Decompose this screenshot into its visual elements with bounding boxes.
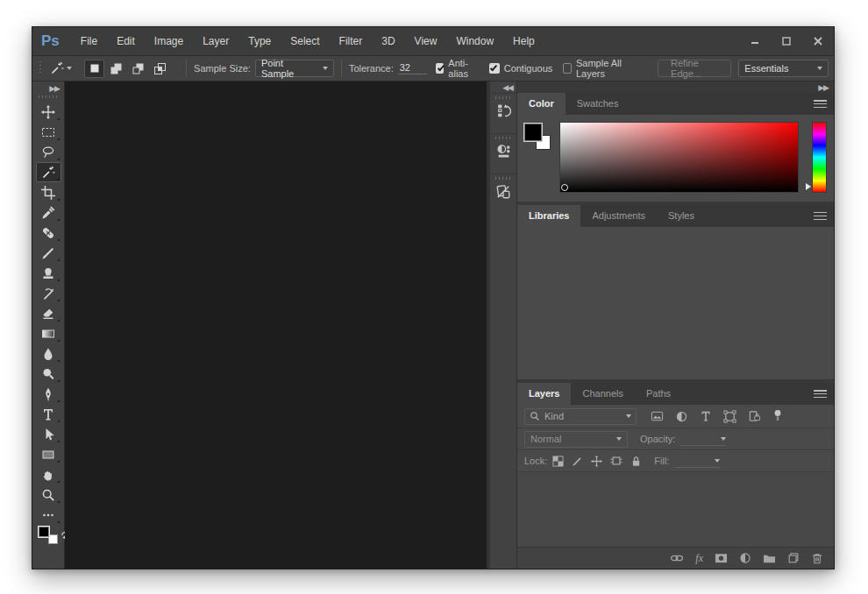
path-selection-tool[interactable] xyxy=(36,424,61,444)
canvas-area[interactable] xyxy=(65,81,487,569)
eraser-icon xyxy=(41,307,55,321)
eyedropper-tool[interactable] xyxy=(36,202,61,223)
pen-tool[interactable] xyxy=(36,384,61,404)
dodge-tool[interactable] xyxy=(36,364,61,384)
color-picker-marker[interactable] xyxy=(561,184,568,191)
intersect-selection-button[interactable] xyxy=(150,60,170,78)
add-to-selection-button[interactable] xyxy=(106,60,126,78)
sample-size-dropdown[interactable]: Point Sample xyxy=(255,60,334,77)
options-bar-gripper[interactable] xyxy=(39,61,41,75)
expand-tools-icon[interactable]: ▶▶ xyxy=(49,83,64,93)
tolerance-input[interactable]: 32 xyxy=(398,62,428,74)
new-selection-icon xyxy=(89,62,101,74)
lock-artboard-icon[interactable] xyxy=(610,455,623,467)
refine-edge-button[interactable]: Refine Edge... xyxy=(658,60,731,77)
crop-tool[interactable] xyxy=(36,182,61,202)
tab-color[interactable]: Color xyxy=(517,93,566,115)
lock-image-pixels-icon[interactable] xyxy=(572,456,583,467)
menu-view[interactable]: View xyxy=(405,27,447,55)
menu-type[interactable]: Type xyxy=(238,27,281,55)
pixel-layers-filter-icon[interactable] xyxy=(651,410,664,423)
layer-filter-toggle-icon[interactable] xyxy=(772,409,783,423)
menu-edit[interactable]: Edit xyxy=(107,27,145,55)
close-button[interactable] xyxy=(802,27,834,55)
sample-all-layers-checkbox[interactable] xyxy=(563,63,572,74)
delete-layer-icon[interactable] xyxy=(811,552,823,565)
magic-wand-tool[interactable] xyxy=(36,162,61,182)
lock-transparent-pixels-icon[interactable] xyxy=(552,456,564,467)
new-layer-icon[interactable] xyxy=(787,552,800,564)
history-panel-button[interactable] xyxy=(490,93,516,133)
gradient-tool[interactable] xyxy=(36,323,61,343)
color-panel-menu-button[interactable] xyxy=(814,93,834,115)
layers-list[interactable] xyxy=(517,472,834,547)
libraries-panel-menu-button[interactable] xyxy=(814,205,834,227)
lock-position-icon[interactable] xyxy=(591,456,602,467)
maximize-button[interactable] xyxy=(771,27,802,55)
contiguous-checkbox[interactable] xyxy=(489,63,500,74)
layers-panel-menu-button[interactable] xyxy=(814,383,834,405)
tab-paths[interactable]: Paths xyxy=(635,383,682,405)
menu-window[interactable]: Window xyxy=(446,27,503,55)
menu-image[interactable]: Image xyxy=(145,27,193,55)
saturation-brightness-field[interactable] xyxy=(559,122,799,193)
hue-slider-icon[interactable] xyxy=(806,183,811,190)
link-layers-icon[interactable] xyxy=(670,552,684,564)
fill-dropdown[interactable] xyxy=(674,454,720,468)
menu-layer[interactable]: Layer xyxy=(193,27,238,55)
tab-libraries[interactable]: Libraries xyxy=(517,205,580,227)
menu-3d[interactable]: 3D xyxy=(372,27,404,55)
workspace-dropdown[interactable]: Essentials xyxy=(738,60,829,77)
blur-tool[interactable] xyxy=(36,343,61,364)
type-layers-filter-icon[interactable] xyxy=(700,410,712,422)
foreground-color-swatch[interactable] xyxy=(39,527,49,537)
notes-panel-button[interactable] xyxy=(490,173,516,214)
tab-channels[interactable]: Channels xyxy=(571,383,634,405)
edit-toolbar-button[interactable] xyxy=(36,505,61,525)
hue-bar[interactable] xyxy=(812,122,827,193)
spot-healing-brush-tool[interactable] xyxy=(36,223,61,243)
tab-layers[interactable]: Layers xyxy=(517,383,571,405)
rectangular-marquee-tool[interactable] xyxy=(36,122,61,142)
background-color-swatch[interactable] xyxy=(48,534,58,544)
adjustment-layers-filter-icon[interactable] xyxy=(675,410,688,423)
collapse-panels-icon[interactable]: ▶▶ xyxy=(517,81,834,93)
menu-help[interactable]: Help xyxy=(503,27,544,55)
layer-effects-icon[interactable]: fx xyxy=(695,552,703,565)
eraser-tool[interactable] xyxy=(36,303,61,323)
foreground-color-swatch[interactable] xyxy=(524,124,542,141)
opacity-dropdown[interactable] xyxy=(680,432,726,446)
new-adjustment-layer-icon[interactable] xyxy=(739,552,751,564)
hand-tool[interactable] xyxy=(36,464,61,484)
filter-kind-dropdown[interactable]: Kind xyxy=(524,408,637,425)
active-tool-preset[interactable] xyxy=(46,61,79,75)
zoom-tool[interactable] xyxy=(36,484,61,505)
anti-alias-checkbox[interactable] xyxy=(436,63,444,74)
subtract-from-selection-button[interactable] xyxy=(128,60,148,78)
move-tool[interactable] xyxy=(36,102,61,122)
blend-mode-dropdown[interactable]: Normal xyxy=(524,431,628,448)
new-group-icon[interactable] xyxy=(763,553,776,564)
type-tool[interactable] xyxy=(36,404,61,424)
foreground-background-swatches[interactable] xyxy=(39,527,58,544)
expand-panels-icon[interactable]: ◀◀ xyxy=(490,81,516,93)
lock-all-icon[interactable] xyxy=(630,456,642,467)
rectangle-shape-tool[interactable] xyxy=(36,444,61,464)
new-selection-button[interactable] xyxy=(84,60,104,78)
minimize-button[interactable] xyxy=(739,27,771,55)
history-brush-tool[interactable] xyxy=(36,283,61,303)
tab-swatches[interactable]: Swatches xyxy=(566,93,630,115)
tab-styles[interactable]: Styles xyxy=(657,205,706,227)
menu-file[interactable]: File xyxy=(71,27,107,55)
properties-panel-button[interactable] xyxy=(490,133,516,173)
add-layer-mask-icon[interactable] xyxy=(715,552,728,564)
menu-filter[interactable]: Filter xyxy=(330,27,373,55)
brush-tool[interactable] xyxy=(36,243,61,263)
tab-adjustments[interactable]: Adjustments xyxy=(580,205,657,227)
clone-stamp-tool[interactable] xyxy=(36,263,61,283)
shape-layers-filter-icon[interactable] xyxy=(723,410,736,423)
tools-gripper[interactable] xyxy=(39,95,58,98)
lasso-tool[interactable] xyxy=(36,142,61,162)
smart-objects-filter-icon[interactable] xyxy=(748,410,761,423)
menu-select[interactable]: Select xyxy=(281,27,329,55)
